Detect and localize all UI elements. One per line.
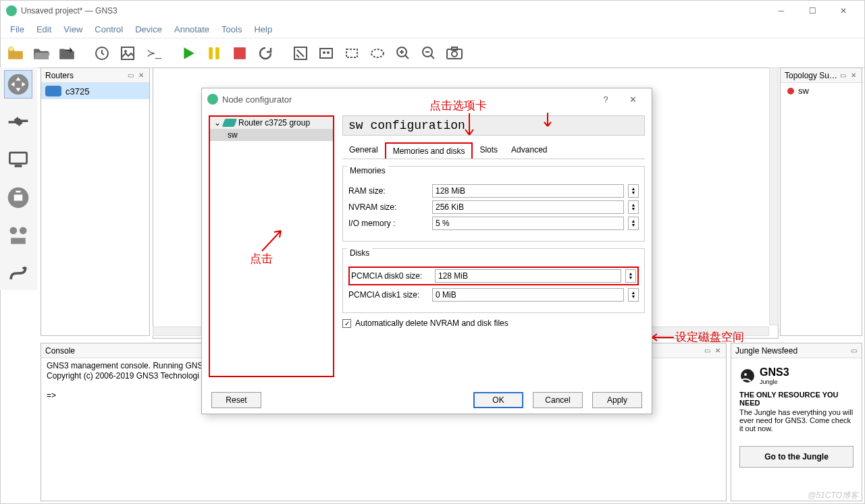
svg-point-13 xyxy=(371,49,384,57)
start-all-icon[interactable] xyxy=(179,44,198,63)
menu-control[interactable]: Control xyxy=(89,23,128,36)
annotation-arrow-diag xyxy=(259,227,286,254)
close-button[interactable]: ✕ xyxy=(828,1,859,21)
io-memory-input[interactable]: 5 % xyxy=(432,217,624,230)
menu-help[interactable]: Help xyxy=(248,23,278,36)
annotation-arrow-down xyxy=(463,112,475,142)
svg-point-17 xyxy=(452,51,457,57)
io-memory-spinner[interactable]: ▲▼ xyxy=(628,217,639,230)
panel-close-icon[interactable]: ✕ xyxy=(714,347,722,355)
topology-node[interactable]: sw xyxy=(781,83,862,99)
snapshot-icon[interactable] xyxy=(118,44,137,63)
svg-point-24 xyxy=(9,227,17,234)
gns3-logo: GNS3Jungle xyxy=(739,366,854,385)
newsfeed-panel: Jungle Newsfeed ▭ GNS3Jungle THE ONLY RE… xyxy=(731,343,862,501)
disk1-spinner[interactable]: ▲▼ xyxy=(628,288,639,302)
panel-float-icon[interactable]: ▭ xyxy=(703,347,711,355)
menu-view[interactable]: View xyxy=(58,23,88,36)
svg-rect-7 xyxy=(234,47,246,59)
minimize-button[interactable]: ─ xyxy=(766,1,797,21)
zoom-in-icon[interactable] xyxy=(394,44,413,63)
zoom-out-icon[interactable] xyxy=(419,44,438,63)
canvas-vscrollbar[interactable] xyxy=(769,67,779,325)
svg-point-10 xyxy=(323,51,325,54)
annotation-arrow-down-2 xyxy=(542,111,554,132)
tab-advanced[interactable]: Advanced xyxy=(504,142,554,159)
io-memory-label: I/O memory : xyxy=(348,219,428,228)
svg-rect-12 xyxy=(346,49,357,57)
svg-point-11 xyxy=(327,51,330,54)
menu-tools[interactable]: Tools xyxy=(216,23,247,36)
save-project-icon[interactable] xyxy=(57,44,76,63)
nvram-size-input[interactable]: 256 KiB xyxy=(432,200,624,214)
maximize-button[interactable]: ☐ xyxy=(797,1,828,21)
ram-size-input[interactable]: 128 MiB xyxy=(432,184,624,198)
tab-general[interactable]: General xyxy=(342,142,385,159)
tab-slots[interactable]: Slots xyxy=(473,142,504,159)
svg-point-28 xyxy=(744,373,747,376)
open-project-icon[interactable] xyxy=(32,44,51,63)
svg-text:≻_: ≻_ xyxy=(147,47,161,59)
newsfeed-body: The Jungle has everything you will ever … xyxy=(739,408,854,432)
router-group-icon xyxy=(222,119,237,127)
disk1-size-input[interactable]: 0 MiB xyxy=(432,288,624,302)
restart-icon[interactable] xyxy=(256,44,275,63)
panel-float-icon[interactable]: ▭ xyxy=(839,72,847,80)
svg-rect-26 xyxy=(11,238,26,244)
reload-icon[interactable] xyxy=(93,44,111,63)
ok-button[interactable]: OK xyxy=(473,392,523,408)
dock-switches-icon[interactable] xyxy=(4,108,32,136)
dock-end-devices-icon[interactable] xyxy=(4,146,32,174)
svg-point-25 xyxy=(20,227,27,234)
tree-group[interactable]: ⌄ Router c3725 group xyxy=(210,117,333,129)
dock-routers-icon[interactable] xyxy=(4,70,32,99)
screenshot-icon[interactable] xyxy=(445,44,464,63)
window-titlebar: Unsaved project* — GNS3 ─ ☐ ✕ xyxy=(1,1,864,21)
panel-close-icon[interactable]: ✕ xyxy=(849,72,858,80)
new-project-icon[interactable] xyxy=(6,44,25,63)
annotation-tree-hint: 点击 xyxy=(250,251,273,267)
ram-spinner[interactable]: ▲▼ xyxy=(628,184,639,198)
reset-button[interactable]: Reset xyxy=(211,392,261,408)
pause-all-icon[interactable] xyxy=(205,44,224,63)
menu-edit[interactable]: Edit xyxy=(31,23,57,36)
menu-bar: File Edit View Control Device Annotate T… xyxy=(1,21,864,38)
console-icon[interactable]: ≻_ xyxy=(144,44,163,63)
panel-close-icon[interactable]: ✕ xyxy=(137,72,145,80)
stop-all-icon[interactable] xyxy=(230,44,249,63)
dock-all-devices-icon[interactable] xyxy=(4,221,32,250)
menu-device[interactable]: Device xyxy=(130,23,167,36)
devices-dock xyxy=(0,67,37,290)
annotate-note-icon[interactable] xyxy=(291,44,310,63)
auto-delete-checkbox[interactable]: ✓ Automatically delete NVRAM and disk fi… xyxy=(342,318,645,328)
dialog-close-button[interactable]: ✕ xyxy=(619,94,646,105)
ram-label: RAM size: xyxy=(348,186,428,196)
draw-ellipse-icon[interactable] xyxy=(368,44,387,63)
menu-file[interactable]: File xyxy=(5,23,30,36)
nvram-spinner[interactable]: ▲▼ xyxy=(628,200,639,214)
tree-node-sw[interactable]: sw xyxy=(210,129,333,141)
config-tabs: General Memories and disks Slots Advance… xyxy=(342,142,645,159)
dialog-help-button[interactable]: ? xyxy=(592,94,619,105)
panel-float-icon[interactable]: ▭ xyxy=(849,347,858,355)
menu-annotate[interactable]: Annotate xyxy=(169,23,215,36)
tab-memories-and-disks[interactable]: Memories and disks xyxy=(385,142,473,159)
status-stopped-icon xyxy=(787,88,794,94)
panel-float-icon[interactable]: ▭ xyxy=(126,72,134,80)
go-to-jungle-button[interactable]: Go to the Jungle xyxy=(739,446,854,468)
svg-rect-5 xyxy=(209,47,213,59)
dock-link-icon[interactable] xyxy=(4,259,32,287)
console-title: Console xyxy=(45,346,75,356)
disk0-size-input[interactable]: 128 MiB xyxy=(435,269,621,283)
apply-button[interactable]: Apply xyxy=(592,392,642,408)
draw-rectangle-icon[interactable] xyxy=(342,44,361,63)
insert-image-icon[interactable] xyxy=(317,44,336,63)
config-heading: sw configuration xyxy=(342,115,645,136)
router-template-item[interactable]: c3725 xyxy=(41,83,149,99)
dialog-title: Node configurator xyxy=(222,94,292,105)
cancel-button[interactable]: Cancel xyxy=(533,392,583,408)
disk0-spinner[interactable]: ▲▼ xyxy=(625,269,636,283)
watermark: @51CTO博客 xyxy=(808,490,858,501)
dock-security-icon[interactable] xyxy=(4,184,32,212)
svg-point-0 xyxy=(9,47,14,51)
